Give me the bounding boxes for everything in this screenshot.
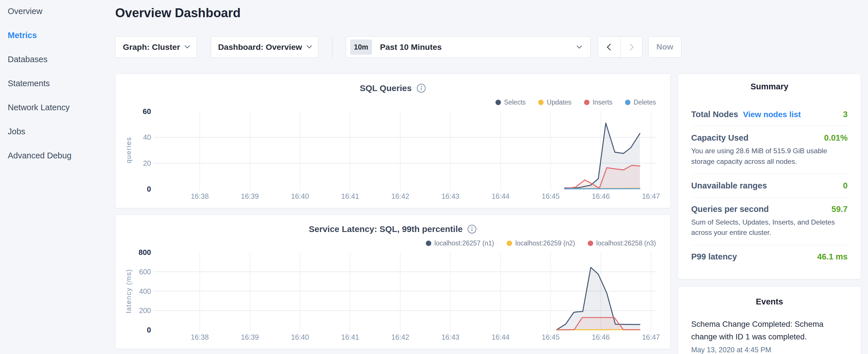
summary-row-label: Total Nodes — [691, 110, 738, 119]
summary-row-value: 46.1 ms — [817, 252, 848, 261]
time-back-button[interactable] — [598, 37, 620, 57]
sidebar-item-overview[interactable]: Overview — [8, 7, 115, 16]
page-title: Overview Dashboard — [115, 6, 241, 20]
view-nodes-list-link[interactable]: View nodes list — [743, 110, 801, 119]
svg-text:16:44: 16:44 — [492, 333, 509, 341]
svg-text:60: 60 — [143, 107, 151, 116]
events-panel: Events Schema Change Completed: Schema c… — [678, 286, 861, 354]
now-button[interactable]: Now — [648, 36, 681, 58]
chart-canvas: 16:3816:3916:4016:4116:4216:4316:4416:45… — [116, 74, 670, 207]
svg-text:16:39: 16:39 — [241, 333, 259, 341]
event-timestamp: May 13, 2020 at 4:45 PM — [691, 346, 848, 354]
sidebar-item-jobs[interactable]: Jobs — [8, 127, 115, 136]
chevron-down-icon — [577, 43, 582, 49]
summary-row-value: 0.01% — [824, 133, 848, 142]
svg-text:16:38: 16:38 — [191, 333, 209, 341]
charts-column: SQL Queries SelectsUpdatesInsertsDeletes… — [115, 74, 671, 349]
summary-row-value: 0 — [843, 181, 848, 190]
svg-text:0: 0 — [147, 185, 151, 193]
svg-text:16:43: 16:43 — [441, 333, 459, 341]
svg-text:400: 400 — [139, 287, 151, 295]
svg-text:0: 0 — [147, 326, 151, 334]
summary-row-queries-per-second: Queries per second 59.7 Sum of Selects, … — [691, 197, 848, 245]
chart-canvas: 16:3816:3916:4016:4116:4216:4316:4416:45… — [116, 215, 670, 348]
chevron-right-icon — [627, 43, 633, 51]
service-latency-chart-panel: Service Latency: SQL, 99th percentile lo… — [115, 215, 671, 349]
svg-text:16:40: 16:40 — [291, 333, 309, 341]
svg-text:16:46: 16:46 — [592, 333, 610, 341]
svg-text:16:47: 16:47 — [642, 333, 660, 341]
summary-panel: Summary Total Nodes View nodes list 3 Ca… — [678, 74, 861, 279]
summary-title: Summary — [691, 82, 848, 91]
summary-row-value: 3 — [843, 110, 848, 119]
svg-text:16:47: 16:47 — [642, 192, 660, 200]
summary-row-note: You are using 28.6 MiB of 515.9 GiB usab… — [691, 146, 848, 167]
events-title: Events — [691, 297, 848, 307]
graph-scope-dropdown[interactable]: Graph: Cluster — [115, 36, 197, 58]
chevron-left-icon — [607, 43, 614, 51]
sidebar-item-metrics[interactable]: Metrics — [8, 31, 115, 40]
sidebar-nav: Overview Metrics Databases Statements Ne… — [0, 0, 115, 175]
sidebar-item-network-latency[interactable]: Network Latency — [8, 103, 115, 112]
sidebar-item-databases[interactable]: Databases — [8, 55, 115, 64]
chevron-down-icon — [185, 43, 190, 48]
summary-row-label: Unavailable ranges — [691, 181, 767, 190]
summary-row-capacity-used: Capacity Used 0.01% You are using 28.6 M… — [691, 126, 848, 174]
sidebar-item-statements[interactable]: Statements — [8, 79, 115, 88]
dashboard-dropdown-label: Dashboard: Overview — [218, 42, 302, 52]
svg-text:20: 20 — [143, 159, 151, 167]
time-stepper — [598, 36, 643, 58]
summary-row-total-nodes: Total Nodes View nodes list 3 — [691, 103, 848, 126]
summary-row-label: P99 latency — [691, 252, 737, 261]
svg-text:40: 40 — [143, 133, 151, 141]
svg-text:16:43: 16:43 — [441, 192, 459, 200]
svg-text:16:45: 16:45 — [541, 192, 560, 200]
svg-text:16:45: 16:45 — [541, 333, 560, 341]
time-window-picker[interactable]: 10m Past 10 Minutes — [346, 36, 591, 58]
svg-text:16:41: 16:41 — [341, 192, 359, 200]
svg-text:16:42: 16:42 — [392, 192, 409, 200]
summary-row-label: Queries per second — [691, 204, 769, 214]
sql-queries-chart-panel: SQL Queries SelectsUpdatesInsertsDeletes… — [115, 74, 671, 208]
svg-text:16:41: 16:41 — [341, 333, 359, 341]
dashboard-dropdown[interactable]: Dashboard: Overview — [211, 36, 318, 58]
summary-row-unavailable-ranges: Unavailable ranges 0 — [691, 174, 848, 197]
svg-text:800: 800 — [139, 248, 151, 257]
svg-text:16:38: 16:38 — [191, 192, 209, 200]
time-forward-button[interactable] — [620, 37, 642, 57]
svg-text:200: 200 — [139, 307, 151, 315]
summary-row-note: Sum of Selects, Updates, Inserts, and De… — [691, 217, 848, 238]
sidebar-item-advanced-debug[interactable]: Advanced Debug — [8, 151, 115, 160]
time-window-label: Past 10 Minutes — [380, 42, 442, 52]
svg-text:600: 600 — [139, 268, 151, 276]
graph-scope-dropdown-label: Graph: Cluster — [123, 42, 180, 52]
summary-row-p99-latency: P99 latency 46.1 ms — [691, 245, 848, 268]
chevron-down-icon — [307, 43, 312, 48]
svg-text:16:44: 16:44 — [492, 192, 509, 200]
admin-ui-page: Overview Metrics Databases Statements Ne… — [0, 0, 868, 354]
svg-text:16:46: 16:46 — [592, 192, 610, 200]
svg-text:16:42: 16:42 — [392, 333, 409, 341]
toolbar: Graph: Cluster Dashboard: Overview 10m P… — [115, 36, 681, 58]
toolbar-divider — [332, 36, 333, 58]
event-message: Schema Change Completed: Schema change w… — [691, 318, 848, 343]
time-window-badge: 10m — [350, 39, 372, 55]
summary-row-label: Capacity Used — [691, 133, 748, 142]
svg-text:16:40: 16:40 — [291, 192, 309, 200]
event-list-item[interactable]: Schema Change Completed: Schema change w… — [691, 318, 848, 354]
summary-row-value: 59.7 — [832, 204, 848, 214]
svg-text:16:39: 16:39 — [241, 192, 259, 200]
